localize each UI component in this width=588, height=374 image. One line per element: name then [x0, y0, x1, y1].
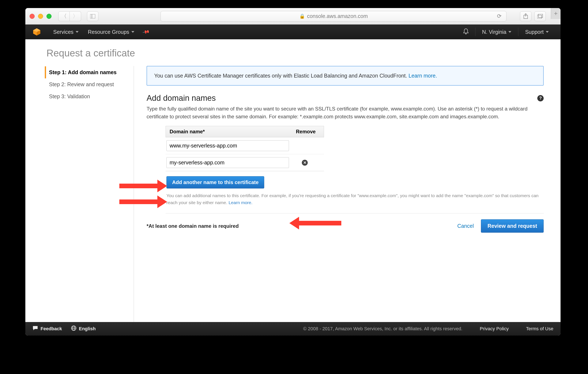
- chevron-down-icon: [508, 31, 511, 33]
- step-1[interactable]: Step 1: Add domain names: [45, 66, 134, 78]
- notifications-icon[interactable]: [459, 28, 473, 36]
- table-row: [166, 137, 324, 154]
- nav-back-forward: 〈 〉: [58, 11, 81, 21]
- chevron-down-icon: [546, 31, 549, 33]
- close-window-icon[interactable]: [30, 14, 35, 19]
- step-2[interactable]: Step 2: Review and request: [45, 78, 134, 90]
- section-heading: Add domain names: [147, 94, 216, 103]
- table-header: Domain name* Remove: [166, 126, 324, 137]
- table-row: ✕: [166, 154, 324, 171]
- aws-footer: Feedback English © 2008 - 2017, Amazon W…: [25, 322, 561, 336]
- url-host: console.aws.amazon.com: [307, 13, 368, 19]
- svg-point-9: [465, 33, 466, 34]
- separator: [518, 28, 518, 36]
- nav-region[interactable]: N. Virginia: [478, 24, 516, 39]
- nav-services-label: Services: [53, 29, 74, 35]
- pin-icon[interactable]: 📌: [138, 26, 153, 38]
- chevron-down-icon: [131, 31, 134, 33]
- page-body: Request a certificate Step 1: Add domain…: [25, 39, 561, 322]
- zoom-window-icon[interactable]: [46, 14, 52, 19]
- hint-link[interactable]: Learn more.: [229, 200, 252, 205]
- address-bar[interactable]: 🔒 console.aws.amazon.com ⟳: [160, 11, 506, 21]
- nav-support-label: Support: [525, 29, 544, 35]
- nav-services[interactable]: Services: [49, 24, 83, 39]
- aws-logo-icon[interactable]: [32, 28, 41, 36]
- domain-input-1[interactable]: [167, 140, 289, 151]
- add-domain-hint: You can add additional names to this cer…: [167, 192, 544, 206]
- chevron-down-icon: [76, 31, 79, 33]
- nav-region-label: N. Virginia: [482, 29, 506, 35]
- info-banner-link[interactable]: Learn more.: [409, 73, 437, 79]
- domain-table: Domain name* Remove ✕: [166, 126, 324, 171]
- copyright-text: © 2008 - 2017, Amazon Web Services, Inc.…: [303, 326, 462, 331]
- browser-window: 〈 〉 🔒 console.aws.amazon.com ⟳ + Service…: [25, 8, 561, 336]
- svg-rect-4: [537, 15, 542, 19]
- share-button[interactable]: [520, 11, 531, 21]
- svg-rect-0: [90, 14, 95, 18]
- step-3[interactable]: Step 3: Validation: [45, 90, 134, 103]
- col-remove: Remove: [292, 126, 324, 137]
- info-banner-text: You can use AWS Certificate Manager cert…: [154, 73, 409, 79]
- hint-text: You can add additional names to this cer…: [167, 193, 539, 205]
- remove-domain-icon[interactable]: ✕: [302, 160, 308, 166]
- terms-link[interactable]: Terms of Use: [526, 326, 553, 331]
- help-icon[interactable]: ?: [537, 95, 544, 101]
- nav-resource-groups-label: Resource Groups: [88, 29, 129, 35]
- col-domain-name: Domain name*: [166, 126, 292, 137]
- privacy-link[interactable]: Privacy Policy: [480, 326, 509, 331]
- new-tab-button[interactable]: +: [551, 8, 561, 19]
- back-button[interactable]: 〈: [58, 11, 70, 21]
- cancel-button[interactable]: Cancel: [457, 223, 474, 229]
- language-button[interactable]: English: [71, 325, 96, 332]
- review-request-button[interactable]: Review and request: [481, 219, 544, 233]
- domain-input-2[interactable]: [167, 157, 289, 168]
- separator: [475, 28, 475, 36]
- form-footer: *At least one domain name is required Ca…: [147, 218, 544, 233]
- nav-support[interactable]: Support: [520, 24, 553, 39]
- lock-icon: 🔒: [299, 13, 305, 19]
- minimize-window-icon[interactable]: [38, 14, 43, 19]
- tabs-button[interactable]: [534, 11, 546, 21]
- aws-top-nav: Services Resource Groups 📌 N. Virginia S…: [25, 24, 561, 39]
- window-controls: [30, 14, 52, 19]
- sidebar-toggle-button[interactable]: [87, 11, 98, 21]
- svg-rect-5: [538, 14, 543, 18]
- forward-button[interactable]: 〉: [70, 11, 81, 21]
- wizard-content: You can use AWS Certificate Manager cert…: [134, 66, 544, 322]
- info-banner: You can use AWS Certificate Manager cert…: [147, 66, 544, 85]
- language-label: English: [79, 326, 96, 331]
- wizard-steps: Step 1: Add domain names Step 2: Review …: [41, 66, 134, 322]
- required-note: *At least one domain name is required: [147, 223, 239, 229]
- page-title: Request a certificate: [25, 39, 561, 66]
- feedback-label: Feedback: [41, 326, 62, 331]
- feedback-button[interactable]: Feedback: [32, 326, 62, 332]
- add-domain-button[interactable]: Add another name to this certificate: [167, 176, 264, 189]
- reload-icon[interactable]: ⟳: [497, 13, 502, 20]
- globe-icon: [71, 325, 76, 332]
- section-description: Type the fully qualified domain name of …: [147, 105, 544, 120]
- speech-bubble-icon: [32, 326, 38, 332]
- browser-toolbar: 〈 〉 🔒 console.aws.amazon.com ⟳ +: [25, 8, 561, 24]
- nav-resource-groups[interactable]: Resource Groups: [83, 24, 139, 39]
